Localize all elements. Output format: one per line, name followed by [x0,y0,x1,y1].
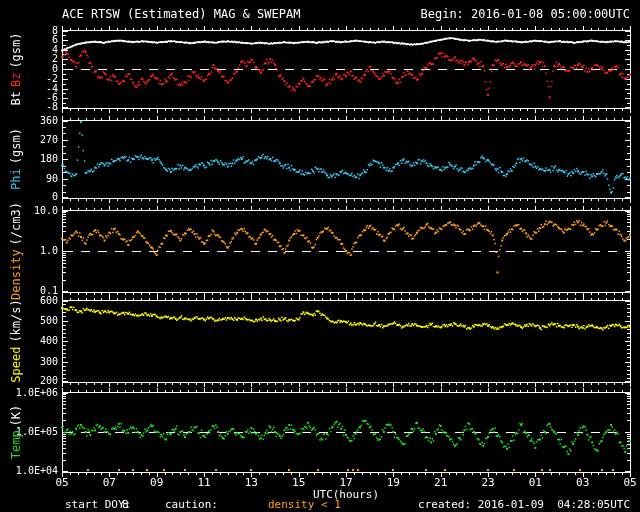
begin-timestamp: Begin: 2016-01-08 05:00:00UTC [420,8,630,20]
caution-value: density < 1 [268,499,341,510]
y-axis-label-part: (gsm) [9,30,23,70]
page-title: ACE RTSW (Estimated) MAG & SWEPAM [62,8,300,20]
y-axis-label-part: (gsm) [9,126,23,166]
y-axis-label-phi: Phi(gsm) [9,126,23,192]
y-axis-label-part: Density [9,247,23,302]
y-axis-label-part: Bt [9,89,23,107]
caution-label: caution: [165,499,218,510]
y-axis-label-part: Temp [9,428,23,461]
y-axis-label-part: (km/s) [9,297,23,344]
y-axis-label-part: Bz [9,71,23,89]
y-axis-label-part: (/cm3) [9,200,23,247]
y-axis-label-speed: Speed(km/s) [9,297,23,384]
y-axis-label-density: Density(/cm3) [9,200,23,302]
y-axis-label-part: (K) [9,403,23,429]
created-timestamp: created: 2016-01-09 04:28:05UTC [418,499,630,510]
y-axis-label-part: Phi [9,166,23,192]
plot-canvas [0,0,640,512]
start-doy-value: 8 [122,499,129,510]
y-axis-label-part: Speed [9,345,23,385]
y-axis-label-mag: BtBz(gsm) [9,30,23,107]
y-axis-label-temp: Temp(K) [9,403,23,462]
ace-rtsw-plot: ACE RTSW (Estimated) MAG & SWEPAM Begin:… [0,0,640,512]
